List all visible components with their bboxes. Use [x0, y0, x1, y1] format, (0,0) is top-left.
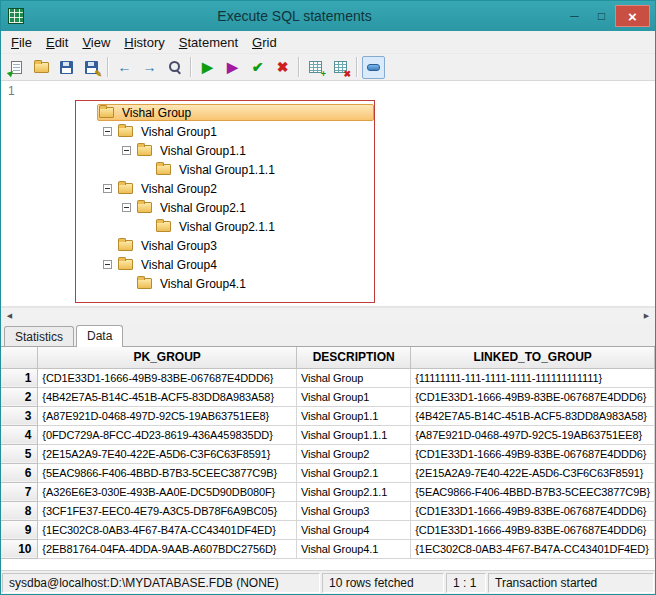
tab-data[interactable]: Data: [76, 325, 123, 347]
cell-description[interactable]: Vishal Group2: [297, 444, 411, 463]
maximize-button[interactable]: □: [588, 5, 615, 27]
load-script-button[interactable]: [5, 56, 28, 79]
row-number: 5: [1, 444, 38, 463]
column-header-description[interactable]: DESCRIPTION: [297, 347, 411, 368]
save-as-button[interactable]: ✎: [80, 56, 103, 79]
scroll-left-icon[interactable]: ◀: [1, 308, 18, 324]
load-script-icon: [11, 61, 22, 74]
execute-button[interactable]: ▶: [196, 56, 219, 79]
tree-item[interactable]: Vishal Group2: [76, 179, 374, 198]
close-button[interactable]: ×: [615, 5, 650, 27]
table-row[interactable]: 5{2E15A2A9-7E40-422E-A5D6-C3F6C63F8591}V…: [1, 444, 655, 463]
cell-pk-group[interactable]: {A87E921D-0468-497D-92C5-19AB63751EE8}: [38, 406, 297, 425]
search-button[interactable]: [163, 56, 186, 79]
toolbar-separator: [190, 57, 192, 77]
scroll-right-icon[interactable]: ▶: [638, 308, 655, 324]
tree-item-label: Vishal Group1.1: [157, 144, 249, 158]
cell-description[interactable]: Vishal Group4: [297, 520, 411, 539]
table-row[interactable]: 8{3CF1FE37-EEC0-4E79-A3C5-DB78F6A9BC05}V…: [1, 501, 655, 520]
table-row[interactable]: 2{4B42E7A5-B14C-451B-ACF5-83DD8A983A58}V…: [1, 387, 655, 406]
cell-pk-group[interactable]: {2EB81764-04FA-4DDA-9AAB-A607BDC2756D}: [38, 539, 297, 558]
cell-description[interactable]: Vishal Group4.1: [297, 539, 411, 558]
collapse-icon[interactable]: [122, 146, 131, 155]
data-grid: PK_GROUP DESCRIPTION LINKED_TO_GROUP 1{C…: [1, 346, 655, 570]
menu-view[interactable]: View: [75, 33, 117, 52]
column-header-pk-group[interactable]: PK_GROUP: [38, 347, 297, 368]
table-row[interactable]: 10{2EB81764-04FA-4DDA-9AAB-A607BDC2756D}…: [1, 539, 655, 558]
tree-item[interactable]: Vishal Group4: [76, 255, 374, 274]
folder-icon: [137, 202, 152, 213]
cell-linked-to-group[interactable]: {11111111-111-1111-1111-111111111111}: [411, 368, 655, 387]
collapse-icon[interactable]: [122, 203, 131, 212]
toggle-layout-button[interactable]: [362, 56, 385, 79]
execute-script-button[interactable]: ▶: [221, 56, 244, 79]
cell-description[interactable]: Vishal Group: [297, 368, 411, 387]
title-bar[interactable]: Execute SQL statements ─ □ ×: [1, 1, 655, 31]
cell-description[interactable]: Vishal Group2.1: [297, 463, 411, 482]
cell-linked-to-group[interactable]: {CD1E33D1-1666-49B9-83BE-067687E4DDD6}: [411, 501, 655, 520]
cell-linked-to-group[interactable]: {CD1E33D1-1666-49B9-83BE-067687E4DDD6}: [411, 520, 655, 539]
collapse-icon[interactable]: [103, 260, 112, 269]
tree-item[interactable]: Vishal Group3: [76, 236, 374, 255]
collapse-icon[interactable]: [103, 127, 112, 136]
tree-item[interactable]: Vishal Group1.1.1: [76, 160, 374, 179]
cell-linked-to-group[interactable]: {CD1E33D1-1666-49B9-83BE-067687E4DDD6}: [411, 387, 655, 406]
commit-button[interactable]: ✔: [246, 56, 269, 79]
table-row[interactable]: 9{1EC302C8-0AB3-4F67-B47A-CC43401DF4ED}V…: [1, 520, 655, 539]
back-button[interactable]: ←: [113, 56, 136, 79]
cell-pk-group[interactable]: {A326E6E3-030E-493B-AA0E-DC5D90DB080F}: [38, 482, 297, 501]
collapse-icon[interactable]: [103, 184, 112, 193]
grid-body: 1{CD1E33D1-1666-49B9-83BE-067687E4DDD6}V…: [1, 368, 655, 558]
menu-file[interactable]: File: [4, 33, 39, 52]
table-row[interactable]: 6{5EAC9866-F406-4BBD-B7B3-5CEEC3877C9B}V…: [1, 463, 655, 482]
cell-description[interactable]: Vishal Group1.1.1: [297, 425, 411, 444]
tree-item[interactable]: Vishal Group: [76, 103, 374, 122]
horizontal-scrollbar[interactable]: ◀ ▶: [1, 307, 655, 324]
cell-pk-group[interactable]: {5EAC9866-F406-4BBD-B7B3-5CEEC3877C9B}: [38, 463, 297, 482]
menu-history[interactable]: History: [117, 33, 171, 52]
cell-description[interactable]: Vishal Group2.1.1: [297, 482, 411, 501]
table-row[interactable]: 3{A87E921D-0468-497D-92C5-19AB63751EE8}V…: [1, 406, 655, 425]
column-header-linked-to-group[interactable]: LINKED_TO_GROUP: [411, 347, 655, 368]
cell-linked-to-group[interactable]: {4B42E7A5-B14C-451B-ACF5-83DD8A983A58}: [411, 406, 655, 425]
cell-description[interactable]: Vishal Group1.1: [297, 406, 411, 425]
cell-linked-to-group[interactable]: {2E15A2A9-7E40-422E-A5D6-C3F6C63F8591}: [411, 463, 655, 482]
rollback-button[interactable]: ✖: [271, 56, 294, 79]
open-button[interactable]: [30, 56, 53, 79]
cell-description[interactable]: Vishal Group1: [297, 387, 411, 406]
minimize-button[interactable]: ─: [561, 5, 588, 27]
cell-pk-group[interactable]: {2E15A2A9-7E40-422E-A5D6-C3F6C63F8591}: [38, 444, 297, 463]
table-row[interactable]: 7{A326E6E3-030E-493B-AA0E-DC5D90DB080F}V…: [1, 482, 655, 501]
cell-linked-to-group[interactable]: {CD1E33D1-1666-49B9-83BE-067687E4DDD6}: [411, 444, 655, 463]
tree-item[interactable]: Vishal Group4.1: [76, 274, 374, 293]
cell-pk-group[interactable]: {3CF1FE37-EEC0-4E79-A3C5-DB78F6A9BC05}: [38, 501, 297, 520]
menu-statement[interactable]: Statement: [172, 33, 245, 52]
tree-item-label: Vishal Group1: [138, 125, 220, 139]
table-row[interactable]: 1{CD1E33D1-1666-49B9-83BE-067687E4DDD6}V…: [1, 368, 655, 387]
forward-button[interactable]: →: [138, 56, 161, 79]
cell-pk-group[interactable]: {0FDC729A-8FCC-4D23-8619-436A459835DD}: [38, 425, 297, 444]
show-grid-button[interactable]: +: [304, 56, 327, 79]
toolbar-separator: [356, 57, 358, 77]
row-number: 6: [1, 463, 38, 482]
cell-linked-to-group[interactable]: {A87E921D-0468-497D-92C5-19AB63751EE8}: [411, 425, 655, 444]
cell-pk-group[interactable]: {4B42E7A5-B14C-451B-ACF5-83DD8A983A58}: [38, 387, 297, 406]
cell-pk-group[interactable]: {CD1E33D1-1666-49B9-83BE-067687E4DDD6}: [38, 368, 297, 387]
tree-item[interactable]: Vishal Group2.1.1: [76, 217, 374, 236]
table-row[interactable]: 4{0FDC729A-8FCC-4D23-8619-436A459835DD}V…: [1, 425, 655, 444]
sql-editor[interactable]: 1 Vishal GroupVishal Group1Vishal Group1…: [1, 81, 655, 307]
commit-icon: ✔: [252, 60, 264, 74]
tree-item[interactable]: Vishal Group2.1: [76, 198, 374, 217]
cell-linked-to-group[interactable]: {1EC302C8-0AB3-4F67-B47A-CC43401DF4ED}: [411, 539, 655, 558]
tree-item[interactable]: Vishal Group1.1: [76, 141, 374, 160]
close-grid-button[interactable]: ✖: [329, 56, 352, 79]
cell-linked-to-group[interactable]: {5EAC9866-F406-4BBD-B7B3-5CEEC3877C9B}: [411, 482, 655, 501]
cell-description[interactable]: Vishal Group3: [297, 501, 411, 520]
menu-edit[interactable]: Edit: [39, 33, 75, 52]
row-number: 7: [1, 482, 38, 501]
cell-pk-group[interactable]: {1EC302C8-0AB3-4F67-B47A-CC43401DF4ED}: [38, 520, 297, 539]
tree-item[interactable]: Vishal Group1: [76, 122, 374, 141]
menu-grid[interactable]: Grid: [245, 33, 284, 52]
tab-statistics[interactable]: Statistics: [4, 326, 74, 346]
save-button[interactable]: [55, 56, 78, 79]
